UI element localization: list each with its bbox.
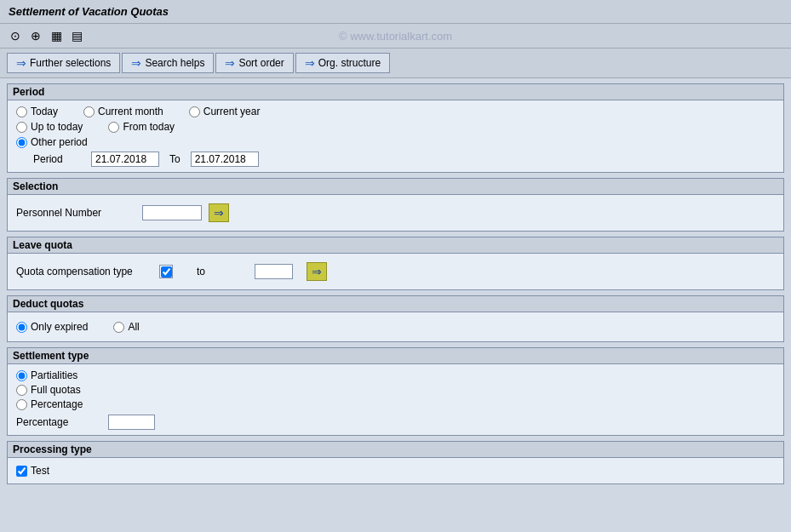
period-up-to-today-radio[interactable]: Up to today bbox=[16, 121, 83, 133]
quota-to-input[interactable] bbox=[255, 264, 293, 279]
org-structure-button[interactable]: ⇒ Org. structure bbox=[295, 53, 390, 73]
toolbar-icon-4[interactable]: ▤ bbox=[68, 27, 85, 44]
selection-section: Selection Personnel Number ⇒ bbox=[7, 178, 784, 232]
leave-quota-section: Leave quota Quota compensation type to ⇒ bbox=[7, 237, 784, 290]
quota-search-button[interactable]: ⇒ bbox=[307, 262, 327, 281]
quota-to-label: to bbox=[197, 266, 205, 277]
period-current-year-label: Current year bbox=[203, 106, 261, 117]
toolbar-icon-3[interactable]: ▦ bbox=[48, 27, 65, 44]
watermark: © www.tutorialkart.com bbox=[339, 30, 452, 43]
period-other-period-label: Other period bbox=[31, 136, 88, 148]
personnel-number-search-button[interactable]: ⇒ bbox=[209, 203, 229, 222]
period-up-to-today-label: Up to today bbox=[31, 121, 83, 133]
period-today-radio[interactable]: Today bbox=[16, 106, 58, 117]
percentage-input[interactable] bbox=[108, 415, 155, 430]
search-helps-button[interactable]: ⇒ Search helps bbox=[122, 53, 214, 73]
period-today-label: Today bbox=[31, 106, 58, 117]
toolbar: ⊙ ⊕ ▦ ▤ © www.tutorialkart.com bbox=[0, 24, 791, 49]
settlement-partialities-radio[interactable]: Partialities bbox=[16, 369, 775, 381]
period-current-month-label: Current month bbox=[98, 106, 163, 117]
settlement-type-section: Settlement type Partialities Full quotas… bbox=[7, 347, 784, 436]
sort-order-button[interactable]: ⇒ Sort order bbox=[215, 53, 293, 73]
quota-compensation-label: Quota compensation type bbox=[16, 266, 152, 277]
nav-bar: ⇒ Further selections ⇒ Search helps ⇒ So… bbox=[0, 49, 791, 78]
further-selections-arrow: ⇒ bbox=[16, 56, 26, 70]
processing-type-title: Processing type bbox=[8, 442, 783, 458]
search-helps-label: Search helps bbox=[145, 57, 204, 69]
test-label: Test bbox=[31, 465, 49, 477]
deduct-all-label: All bbox=[128, 321, 139, 333]
sort-order-arrow: ⇒ bbox=[225, 56, 235, 70]
period-to-label: To bbox=[169, 153, 181, 165]
settlement-percentage-radio[interactable]: Percentage bbox=[16, 398, 775, 410]
period-from-today-label: From today bbox=[123, 121, 175, 133]
period-from-today-radio[interactable]: From today bbox=[108, 121, 175, 133]
settlement-partialities-label: Partialities bbox=[31, 369, 77, 381]
deduct-quotas-section: Deduct quotas Only expired All bbox=[7, 295, 784, 342]
sort-order-label: Sort order bbox=[238, 57, 284, 69]
personnel-number-input[interactable] bbox=[142, 205, 202, 220]
title-bar: Settlement of Vacation Quotas bbox=[0, 0, 791, 24]
personnel-number-label: Personnel Number bbox=[16, 207, 135, 219]
further-selections-label: Further selections bbox=[30, 57, 111, 69]
percentage-label: Percentage bbox=[16, 416, 101, 428]
settlement-type-title: Settlement type bbox=[8, 348, 783, 364]
settlement-full-quotas-label: Full quotas bbox=[31, 384, 81, 396]
selection-section-title: Selection bbox=[8, 179, 783, 195]
period-current-month-radio[interactable]: Current month bbox=[83, 106, 163, 117]
deduct-only-expired-radio[interactable]: Only expired bbox=[16, 321, 88, 333]
period-section-title: Period bbox=[8, 84, 783, 100]
test-checkbox[interactable] bbox=[16, 466, 27, 477]
period-date-to-input[interactable] bbox=[191, 152, 259, 167]
quota-checkbox-container[interactable] bbox=[159, 265, 173, 278]
page-title: Settlement of Vacation Quotas bbox=[9, 5, 169, 18]
leave-quota-section-title: Leave quota bbox=[8, 237, 783, 254]
period-other-period-radio[interactable]: Other period bbox=[16, 136, 88, 148]
period-section: Period Today Current month Current year bbox=[7, 83, 784, 173]
deduct-quotas-title: Deduct quotas bbox=[8, 296, 783, 312]
quota-compensation-checkbox[interactable] bbox=[161, 266, 172, 277]
org-structure-arrow: ⇒ bbox=[305, 56, 315, 70]
org-structure-label: Org. structure bbox=[318, 57, 381, 69]
period-field-label: Period bbox=[16, 153, 84, 165]
settlement-full-quotas-radio[interactable]: Full quotas bbox=[16, 384, 775, 396]
toolbar-icon-2[interactable]: ⊕ bbox=[27, 27, 44, 44]
search-helps-arrow: ⇒ bbox=[131, 56, 141, 70]
period-current-year-radio[interactable]: Current year bbox=[189, 106, 261, 117]
deduct-all-radio[interactable]: All bbox=[113, 321, 139, 333]
further-selections-button[interactable]: ⇒ Further selections bbox=[7, 53, 120, 73]
deduct-only-expired-label: Only expired bbox=[31, 321, 88, 333]
period-date-from-input[interactable] bbox=[91, 152, 159, 167]
settlement-percentage-label: Percentage bbox=[31, 398, 83, 410]
test-checkbox-label[interactable]: Test bbox=[16, 461, 775, 480]
toolbar-icon-1[interactable]: ⊙ bbox=[7, 27, 24, 44]
processing-type-section: Processing type Test bbox=[7, 441, 784, 484]
